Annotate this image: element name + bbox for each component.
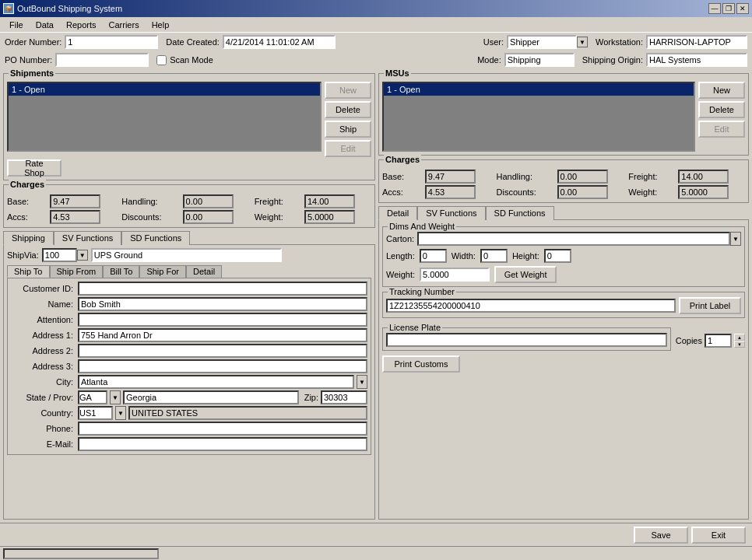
- tab-shipping[interactable]: Shipping: [3, 231, 54, 245]
- name-input[interactable]: [78, 297, 367, 311]
- app-icon: 📦: [3, 3, 14, 14]
- length-input[interactable]: [420, 249, 447, 263]
- user-input[interactable]: [507, 35, 577, 49]
- city-input[interactable]: [78, 375, 354, 389]
- left-weight-label: Weight:: [255, 212, 300, 222]
- address2-input[interactable]: [78, 344, 367, 358]
- menu-file[interactable]: File: [3, 19, 30, 31]
- copies-input[interactable]: [705, 334, 732, 348]
- print-customs-button[interactable]: Print Customs: [382, 355, 460, 373]
- address3-input[interactable]: [78, 359, 367, 373]
- city-dropdown-arrow[interactable]: ▼: [357, 375, 367, 389]
- shipments-ship-button[interactable]: Ship: [325, 121, 371, 138]
- shipvia-name-input[interactable]: [91, 248, 282, 262]
- shipment-list-empty: [9, 96, 320, 150]
- zip-label: Zip:: [304, 393, 318, 402]
- subtab-ship-for[interactable]: Ship For: [139, 265, 186, 278]
- subtab-ship-from[interactable]: Ship From: [50, 265, 104, 278]
- customer-id-input[interactable]: [78, 282, 367, 296]
- msus-delete-button[interactable]: Delete: [698, 101, 745, 118]
- menu-reports[interactable]: Reports: [60, 19, 103, 31]
- msu-item-selected[interactable]: 1 - Open: [384, 83, 694, 96]
- right-weight-input[interactable]: [678, 185, 729, 199]
- save-button[interactable]: Save: [634, 527, 688, 544]
- right-accs-input[interactable]: [425, 185, 476, 199]
- country-dropdown-arrow[interactable]: ▼: [115, 406, 126, 420]
- zip-input[interactable]: [321, 390, 367, 404]
- country-code-input[interactable]: [78, 406, 113, 420]
- customer-id-label: Customer ID:: [11, 284, 75, 293]
- tab-sd-functions[interactable]: SD Functions: [121, 231, 190, 245]
- shipments-list[interactable]: 1 - Open: [7, 82, 322, 152]
- shipvia-code-input[interactable]: [42, 248, 77, 262]
- subtab-ship-to[interactable]: Ship To: [7, 265, 50, 278]
- menu-help[interactable]: Help: [146, 19, 176, 31]
- left-handling-input[interactable]: [183, 194, 234, 208]
- email-input[interactable]: [78, 437, 367, 451]
- order-number-input[interactable]: [65, 35, 158, 49]
- print-label-button[interactable]: Print Label: [679, 297, 741, 314]
- right-handling-input[interactable]: [557, 170, 608, 184]
- tab-sv-functions[interactable]: SV Functions: [54, 231, 121, 245]
- left-freight-input[interactable]: [304, 194, 355, 208]
- right-discounts-label: Discounts:: [497, 187, 553, 197]
- left-accs-input[interactable]: [50, 210, 100, 224]
- weight-input2[interactable]: [420, 268, 490, 282]
- left-weight-input[interactable]: [304, 210, 355, 224]
- email-label: E-Mail:: [11, 439, 75, 449]
- workstation-input[interactable]: [646, 35, 747, 49]
- subtab-bill-to[interactable]: Bill To: [103, 265, 139, 278]
- height-input[interactable]: [544, 249, 571, 263]
- shipment-item-selected[interactable]: 1 - Open: [9, 83, 320, 96]
- subtab-detail[interactable]: Detail: [186, 265, 222, 278]
- po-number-input[interactable]: [55, 53, 149, 67]
- user-dropdown-arrow[interactable]: ▼: [577, 37, 588, 47]
- tab-detail[interactable]: Detail: [378, 206, 417, 220]
- right-freight-input[interactable]: [678, 170, 729, 184]
- address1-input[interactable]: [78, 328, 367, 342]
- shipments-edit-button[interactable]: Edit: [325, 140, 371, 157]
- right-tab-bar: Detail SV Functions SD Functions: [378, 205, 749, 219]
- copies-down-button[interactable]: ▼: [734, 341, 745, 348]
- date-created-input[interactable]: [223, 35, 336, 49]
- carton-input[interactable]: [417, 232, 730, 246]
- tab-right-sv[interactable]: SV Functions: [417, 206, 485, 220]
- msus-list[interactable]: 1 - Open: [382, 82, 695, 152]
- msus-edit-button[interactable]: Edit: [698, 121, 745, 138]
- state-dropdown-arrow[interactable]: ▼: [110, 390, 121, 404]
- tab-right-sd[interactable]: SD Functions: [486, 206, 554, 220]
- get-weight-button[interactable]: Get Weight: [494, 266, 557, 283]
- shipvia-dropdown-arrow[interactable]: ▼: [77, 250, 88, 261]
- carton-dropdown-arrow[interactable]: ▼: [730, 232, 741, 246]
- tracking-title: Tracking Number: [388, 287, 456, 296]
- right-base-label: Base:: [382, 172, 420, 181]
- close-button[interactable]: ✕: [736, 3, 749, 14]
- exit-button[interactable]: Exit: [691, 527, 746, 544]
- minimize-button[interactable]: —: [708, 3, 721, 14]
- height-label: Height:: [512, 251, 539, 261]
- shipments-delete-button[interactable]: Delete: [325, 101, 371, 118]
- mode-input[interactable]: [504, 53, 575, 67]
- menu-data[interactable]: Data: [30, 19, 60, 31]
- state-name-input[interactable]: [123, 390, 299, 404]
- left-base-input[interactable]: [50, 194, 100, 208]
- left-discounts-input[interactable]: [183, 210, 234, 224]
- msus-new-button[interactable]: New: [698, 82, 745, 99]
- attention-input[interactable]: [78, 313, 367, 327]
- state-code-input[interactable]: [78, 390, 107, 404]
- phone-input[interactable]: [78, 422, 367, 436]
- phone-label: Phone:: [11, 424, 75, 433]
- license-plate-input[interactable]: [386, 333, 667, 347]
- right-discounts-input[interactable]: [557, 185, 608, 199]
- shipments-new-button[interactable]: New: [325, 82, 371, 99]
- menu-carriers[interactable]: Carriers: [103, 19, 146, 31]
- shipping-origin-input[interactable]: [646, 53, 747, 67]
- left-handling-label: Handling:: [121, 197, 177, 206]
- width-input[interactable]: [480, 249, 508, 263]
- tracking-number-input[interactable]: [386, 299, 676, 313]
- copies-up-button[interactable]: ▲: [734, 334, 745, 341]
- restore-button[interactable]: ❐: [722, 3, 735, 14]
- scan-mode-checkbox[interactable]: [156, 55, 167, 65]
- right-base-input[interactable]: [425, 170, 476, 184]
- rate-shop-button[interactable]: Rate Shop: [7, 159, 61, 177]
